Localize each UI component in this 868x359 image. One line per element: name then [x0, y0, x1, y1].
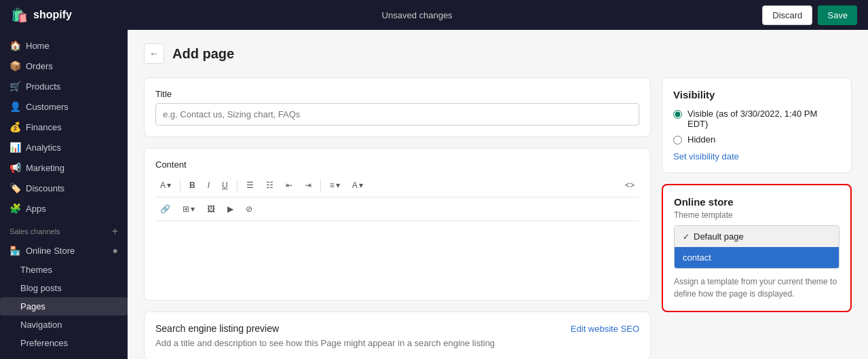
pages-label: Pages	[20, 301, 45, 311]
content-area: ← Add page Title Content A ▾	[128, 30, 868, 359]
visibility-card: Visibility Visible (as of 3/30/2022, 1:4…	[662, 77, 852, 173]
sidebar-sub-item-blog-posts[interactable]: Blog posts	[0, 279, 128, 297]
visibility-options: Visible (as of 3/30/2022, 1:40 PM EDT) H…	[673, 109, 840, 145]
theme-template-dropdown[interactable]: ✓ Default page contact	[674, 225, 839, 269]
title-card: Title	[144, 77, 651, 137]
sidebar-item-label: Analytics	[26, 143, 61, 153]
side-column: Visibility Visible (as of 3/30/2022, 1:4…	[662, 77, 852, 312]
visibility-title: Visibility	[673, 89, 840, 100]
image-button[interactable]: 🖼	[202, 202, 220, 216]
checkmark-icon: ✓	[683, 232, 690, 242]
source-button[interactable]: <>	[620, 178, 639, 193]
preferences-label: Preferences	[20, 338, 68, 348]
sidebar-item-online-store[interactable]: 🏪 Online Store ●	[0, 240, 128, 261]
text-color-button[interactable]: A ▾	[347, 178, 368, 193]
back-button[interactable]: ←	[144, 43, 164, 64]
dropdown-option-contact[interactable]: contact	[675, 247, 839, 268]
font-button[interactable]: A ▾	[155, 178, 176, 193]
sidebar-sub-item-pages[interactable]: Pages	[0, 297, 128, 316]
sidebar-item-label: Customers	[26, 102, 69, 112]
online-store-icon: 🏪	[10, 246, 20, 256]
sidebar-item-marketing[interactable]: 📢 Marketing	[0, 157, 128, 178]
marketing-icon: 📢	[10, 162, 20, 173]
visibility-hidden-radio[interactable]	[673, 136, 682, 145]
content-card: Content A ▾ B I U ☰ ☷ ⇤ ⇥	[144, 148, 651, 301]
sidebar-item-analytics[interactable]: 📊 Analytics	[0, 137, 128, 157]
title-field-label: Title	[155, 89, 639, 99]
toolbar-sep-3	[320, 179, 321, 191]
visibility-hidden-option[interactable]: Hidden	[673, 134, 840, 145]
default-page-label: Default page	[694, 231, 744, 242]
discounts-icon: 🏷️	[10, 183, 20, 193]
unordered-list-button[interactable]: ☰	[242, 178, 259, 193]
title-input[interactable]	[155, 103, 639, 126]
save-button[interactable]: Save	[818, 5, 857, 25]
sidebar-item-discounts[interactable]: 🏷️ Discounts	[0, 178, 128, 198]
orders-icon: 📦	[10, 60, 20, 71]
sidebar-item-label: Orders	[26, 61, 53, 71]
sidebar-sub-item-themes[interactable]: Themes	[0, 261, 128, 279]
underline-button[interactable]: U	[217, 178, 233, 193]
bold-button[interactable]: B	[185, 178, 200, 193]
seo-header: Search engine listing preview Edit websi…	[155, 323, 639, 334]
customers-icon: 👤	[10, 101, 20, 112]
unsaved-changes-label: Unsaved changes	[382, 10, 453, 20]
sidebar-sub-item-preferences[interactable]: Preferences	[0, 334, 128, 352]
logo-text: shopify	[33, 9, 72, 21]
topbar: 🛍️ shopify Unsaved changes Discard Save	[0, 0, 868, 30]
visibility-visible-label: Visible (as of 3/30/2022, 1:40 PM EDT)	[687, 109, 840, 129]
sidebar-item-label: Products	[26, 81, 60, 92]
seo-section: Search engine listing preview Edit websi…	[144, 311, 651, 359]
ordered-list-button[interactable]: ☷	[261, 178, 278, 193]
sidebar: 🏠 Home 📦 Orders 🛒 Products 👤 Customers 💰…	[0, 30, 128, 359]
sidebar-item-label: Home	[26, 41, 50, 51]
apps-icon: 🧩	[10, 203, 20, 214]
sidebar-item-products[interactable]: 🛒 Products	[0, 76, 128, 96]
sidebar-item-finances[interactable]: 💰 Finances	[0, 117, 128, 137]
sales-channels-label: Sales channels +	[0, 219, 128, 240]
page-header: ← Add page	[144, 43, 852, 64]
dropdown-option-default[interactable]: ✓ Default page	[675, 226, 839, 247]
visibility-hidden-label: Hidden	[687, 134, 715, 145]
indent-less-button[interactable]: ⇤	[281, 178, 297, 193]
edit-seo-link[interactable]: Edit website SEO	[571, 324, 639, 334]
sidebar-item-label: Discounts	[26, 183, 64, 193]
navigation-label: Navigation	[20, 320, 62, 330]
sidebar-sub-item-navigation[interactable]: Navigation	[0, 316, 128, 334]
align-button[interactable]: ≡ ▾	[325, 178, 345, 193]
italic-button[interactable]: I	[203, 178, 214, 193]
set-visibility-link[interactable]: Set visibility date	[673, 151, 739, 162]
sidebar-item-label: Marketing	[26, 163, 64, 173]
two-column-layout: Title Content A ▾ B I U	[144, 77, 852, 359]
sidebar-item-apps[interactable]: 🧩 Apps	[0, 198, 128, 219]
analytics-icon: 📊	[10, 142, 20, 153]
indent-more-button[interactable]: ⇥	[300, 178, 316, 193]
topbar-actions: Discard Save	[762, 5, 857, 25]
sidebar-item-home[interactable]: 🏠 Home	[0, 35, 128, 56]
visibility-visible-radio[interactable]	[673, 110, 682, 119]
toolbar-sep-2	[237, 179, 238, 191]
media-button[interactable]: ▶	[223, 202, 238, 216]
seo-title: Search engine listing preview	[155, 323, 279, 334]
logo: 🛍️ shopify	[11, 7, 72, 23]
sidebar-item-label: Finances	[26, 122, 62, 132]
table-button[interactable]: ⊞ ▾	[178, 202, 200, 216]
visibility-visible-option[interactable]: Visible (as of 3/30/2022, 1:40 PM EDT)	[673, 109, 840, 129]
content-editor[interactable]	[155, 221, 639, 289]
add-sales-channel-button[interactable]: +	[112, 225, 118, 238]
sidebar-item-customers[interactable]: 👤 Customers	[0, 96, 128, 117]
content-toolbar: A ▾ B I U ☰ ☷ ⇤ ⇥ ≡	[155, 174, 639, 197]
assign-template-text: Assign a template from your current them…	[674, 276, 839, 300]
theme-template-label: Theme template	[674, 210, 839, 220]
discard-button[interactable]: Discard	[762, 5, 812, 25]
link-button[interactable]: 🔗	[155, 202, 175, 216]
sidebar-item-orders[interactable]: 📦 Orders	[0, 56, 128, 76]
themes-label: Themes	[20, 265, 52, 275]
content-toolbar-row2: 🔗 ⊞ ▾ 🖼 ▶ ⊘	[155, 197, 639, 221]
dropdown-menu: ✓ Default page contact	[674, 225, 839, 269]
contact-label: contact	[683, 252, 711, 263]
toolbar-sep-1	[180, 179, 181, 191]
main-column: Title Content A ▾ B I U	[144, 77, 651, 359]
embed-button[interactable]: ⊘	[241, 202, 257, 216]
seo-description: Add a title and description to see how t…	[155, 338, 639, 348]
